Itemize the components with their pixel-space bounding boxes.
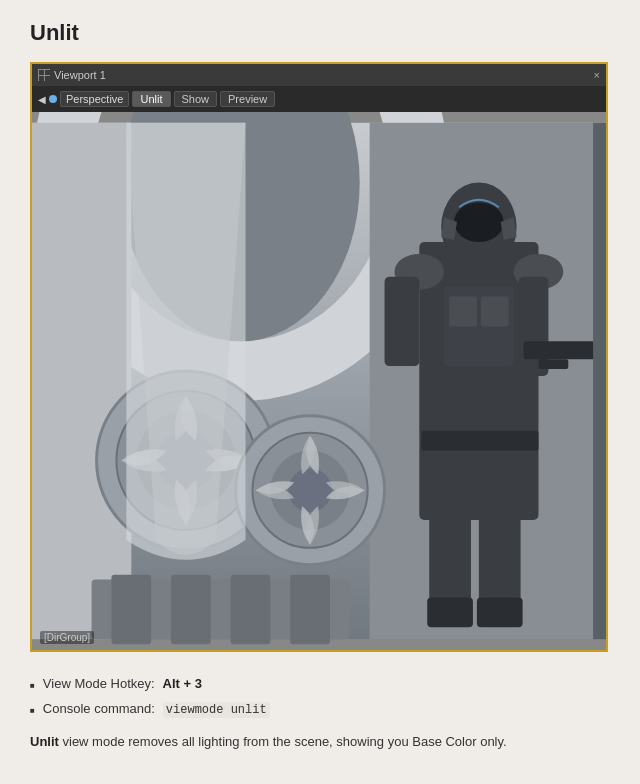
hotkey-value: Alt + 3: [163, 676, 202, 691]
perspective-dot-icon: [49, 95, 57, 103]
svg-rect-21: [421, 431, 538, 451]
page-title: Unlit: [30, 20, 610, 46]
svg-rect-16: [427, 597, 473, 627]
perspective-button[interactable]: Perspective: [60, 91, 129, 107]
svg-point-29: [288, 468, 332, 512]
preview-button[interactable]: Preview: [220, 91, 275, 107]
svg-rect-17: [477, 597, 523, 627]
svg-rect-34: [290, 575, 330, 645]
svg-rect-31: [111, 575, 151, 645]
svg-rect-35: [593, 123, 606, 639]
description-bold-word: Unlit: [30, 734, 59, 749]
grid-icon: [38, 69, 50, 81]
svg-rect-19: [449, 297, 477, 327]
svg-rect-20: [481, 297, 509, 327]
svg-rect-12: [538, 359, 568, 369]
svg-point-7: [454, 202, 504, 242]
toolbar-arrow-icon: ◀: [38, 94, 46, 105]
svg-rect-32: [171, 575, 211, 645]
scene-svg: [32, 112, 606, 650]
toolbar-left: ◀ Perspective Unlit Show Preview: [38, 91, 275, 107]
viewport-title-label: Viewport 1: [54, 69, 106, 81]
command-value: viewmode unlit: [163, 702, 270, 718]
viewport-title-left: Viewport 1: [38, 69, 106, 81]
dirgroup-label: [DirGroup]: [40, 631, 94, 644]
show-button[interactable]: Show: [174, 91, 218, 107]
svg-rect-3: [32, 123, 131, 639]
viewport-titlebar: Viewport 1 ×: [32, 64, 606, 86]
close-icon[interactable]: ×: [594, 69, 600, 81]
description-text: view mode removes all lighting from the …: [59, 734, 507, 749]
viewport-toolbar: ◀ Perspective Unlit Show Preview Matinee…: [32, 86, 606, 112]
bullet-list: View Mode Hotkey: Alt + 3 Console comman…: [30, 676, 610, 718]
hotkey-list-item: View Mode Hotkey: Alt + 3: [30, 676, 610, 691]
unlit-button[interactable]: Unlit: [132, 91, 170, 107]
viewport-scene: [DirGroup]: [32, 112, 606, 650]
svg-rect-13: [385, 277, 420, 366]
svg-rect-33: [231, 575, 271, 645]
command-prefix: Console command:: [43, 701, 155, 716]
content-area: View Mode Hotkey: Alt + 3 Console comman…: [30, 672, 610, 756]
svg-rect-11: [524, 341, 603, 359]
viewport-panel: Viewport 1 × ◀ Perspective Unlit Show Pr…: [30, 62, 608, 652]
command-list-item: Console command: viewmode unlit: [30, 701, 610, 718]
description-paragraph: Unlit view mode removes all lighting fro…: [30, 732, 610, 752]
hotkey-prefix: View Mode Hotkey:: [43, 676, 155, 691]
